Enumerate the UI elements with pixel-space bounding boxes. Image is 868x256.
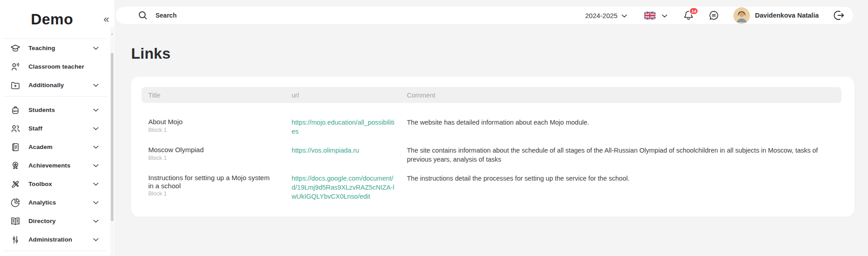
pie-chart-icon [10, 197, 21, 208]
chevron-down-icon [622, 11, 627, 19]
page-title: Links [131, 45, 170, 62]
messages-button[interactable] [708, 9, 720, 21]
table-row: Moscow Olympiad Block 1 https://vos.olim… [142, 141, 841, 169]
sidebar-item-achievements[interactable]: Achievements [0, 156, 110, 175]
backpack-icon [10, 105, 21, 116]
sidebar-scrollbar[interactable]: ▲ [110, 27, 114, 256]
sidebar-item-administration[interactable]: Administration [0, 230, 110, 249]
sidebar-nav: Teaching Classroom teacher Additionally [0, 39, 110, 251]
sidebar-item-label: Staff [28, 125, 42, 132]
journal-icon [10, 142, 21, 153]
notifications-button[interactable]: 14 [683, 9, 694, 21]
chevron-down-icon [93, 238, 99, 241]
search-icon [137, 10, 148, 21]
sidebar-item-toolbox[interactable]: Toolbox [0, 175, 110, 193]
sidebar-collapse-button[interactable]: « [100, 14, 112, 25]
logout-button[interactable] [832, 9, 845, 22]
chat-icon [708, 9, 720, 21]
search-input[interactable]: Search [137, 10, 177, 21]
tools-icon [10, 179, 21, 190]
sidebar-item-students[interactable]: Students [0, 101, 110, 119]
table-row: Instructions for setting up a Mojo syste… [142, 169, 841, 206]
folder-plus-icon [10, 80, 21, 91]
link-url[interactable]: https://docs.google.com/document/d/19Lmj… [292, 174, 398, 201]
search-placeholder: Search [156, 12, 177, 19]
table-body: About Mojo Block 1 https://mojo.educatio… [142, 103, 841, 206]
link-url[interactable]: https://vos.olimpiada.ru [292, 146, 398, 155]
chevron-down-icon [93, 108, 99, 112]
sidebar-item-label: Academ [28, 144, 52, 150]
sidebar-item-label: Additionally [28, 82, 64, 88]
link-title: Instructions for setting up a Mojo syste… [148, 174, 274, 190]
link-comment: The website has detailed information abo… [407, 118, 841, 136]
sidebar-item-classroom-teacher[interactable]: Classroom teacher [0, 57, 110, 76]
chevron-down-icon [93, 47, 99, 50]
chevron-down-icon [93, 84, 99, 87]
sidebar-item-label: Directory [28, 218, 56, 224]
user-name[interactable]: Davidenkova Natalia [755, 12, 819, 19]
notification-count-badge: 14 [689, 7, 698, 15]
medal-icon [10, 160, 21, 171]
open-book-icon [10, 216, 21, 227]
sidebar-item-label: Teaching [28, 45, 55, 51]
sidebar-item-label: Achievements [28, 162, 71, 169]
link-comment: The instructions detail the processes fo… [407, 174, 841, 201]
chevron-down-icon [93, 182, 99, 186]
link-url[interactable]: https://mojo.education/all_possibilities [292, 118, 398, 136]
table-header-row: Title url Comment [142, 87, 841, 103]
link-comment: The site contains information about the … [407, 146, 841, 164]
sliders-icon [10, 234, 21, 245]
sidebar-item-label: Students [28, 107, 55, 113]
sidebar-item-label: Classroom teacher [28, 63, 84, 70]
chevron-down-icon [93, 127, 99, 130]
sidebar-scrollbar-thumb[interactable] [111, 53, 113, 221]
sidebar-item-teaching[interactable]: Teaching [0, 39, 110, 57]
scroll-up-arrow-icon[interactable]: ▲ [110, 33, 114, 35]
link-title: Moscow Olympiad [148, 146, 274, 154]
link-block-label: Block 1 [148, 126, 274, 134]
table-row: About Mojo Block 1 https://mojo.educatio… [142, 113, 841, 141]
uk-flag-icon [644, 12, 656, 19]
divider [4, 251, 107, 251]
chevron-down-icon [93, 164, 99, 167]
sidebar-item-academ[interactable]: Academ [0, 138, 110, 156]
chevron-down-icon [93, 201, 99, 204]
graduation-cap-icon [10, 43, 21, 54]
app-logo: Demo [0, 11, 104, 28]
column-header-title: Title [142, 92, 292, 99]
link-block-label: Block 1 [148, 154, 274, 162]
language-dropdown[interactable] [644, 11, 667, 19]
chevron-down-icon [93, 145, 99, 149]
sidebar: Demo « Teaching Classroom teacher [0, 0, 114, 256]
academic-year-value: 2024-2025 [585, 12, 618, 19]
sidebar-item-staff[interactable]: Staff [0, 119, 110, 138]
sidebar-item-directory[interactable]: Directory [0, 212, 110, 230]
app-window: Demo « Teaching Classroom teacher [0, 0, 868, 256]
sidebar-item-label: Analytics [28, 199, 56, 206]
academic-year-dropdown[interactable]: 2024-2025 [585, 11, 627, 19]
column-header-url: url [292, 92, 407, 99]
divider [4, 96, 107, 97]
sidebar-item-label: Administration [28, 236, 72, 243]
links-card: Title url Comment About Mojo Block 1 htt… [131, 77, 854, 217]
people-icon [10, 123, 21, 134]
logout-icon [832, 9, 845, 22]
sidebar-item-analytics[interactable]: Analytics [0, 193, 110, 212]
column-header-comment: Comment [407, 92, 841, 99]
person-speaking-icon [10, 61, 21, 72]
user-avatar[interactable] [733, 7, 750, 24]
link-title: About Mojo [148, 118, 274, 126]
sidebar-item-additionally[interactable]: Additionally [0, 76, 110, 94]
link-block-label: Block 1 [148, 190, 274, 198]
chevron-down-icon [662, 11, 667, 19]
chevron-down-icon [93, 219, 99, 223]
sidebar-item-label: Toolbox [28, 181, 52, 187]
top-header-bar: Search 2024-2025 14 Davidenk [116, 7, 853, 24]
